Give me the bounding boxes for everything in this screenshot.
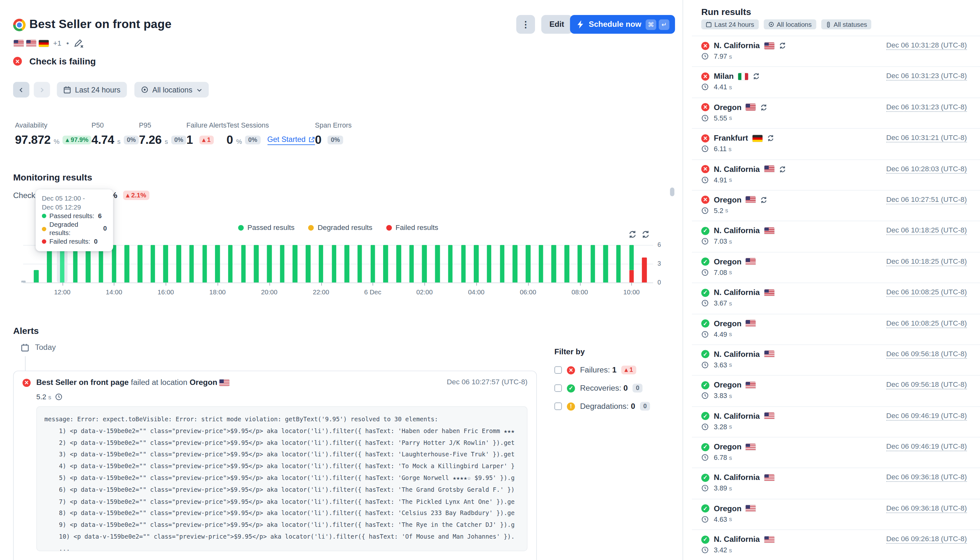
run-timestamp-link[interactable]: Dec 06 09:36:18 (UTC-8): [886, 473, 967, 482]
passed-bar: [228, 245, 233, 283]
run-result-item[interactable]: N. California Dec 06 10:18:25 (UTC-8) 7.…: [692, 221, 980, 252]
run-duration: 6.11: [713, 145, 727, 153]
run-result-item[interactable]: Oregon Dec 06 09:56:18 (UTC-8) 3.83 s: [692, 375, 980, 406]
more-actions-button[interactable]: ⋮: [516, 15, 535, 34]
stat-value: 0: [227, 133, 233, 147]
run-timestamp-link[interactable]: Dec 06 10:18:25 (UTC-8): [886, 227, 967, 235]
run-timestamp-link[interactable]: Dec 06 09:46:19 (UTC-8): [886, 443, 967, 451]
run-timestamp-link[interactable]: Dec 06 10:31:28 (UTC-8): [886, 41, 967, 50]
y-axis-label: 3: [657, 260, 670, 267]
run-timestamp-link[interactable]: Dec 06 10:28:03 (UTC-8): [886, 165, 967, 173]
run-status-icon: [701, 165, 709, 173]
run-location: N. California: [713, 412, 760, 420]
filter-status-icon: [567, 384, 575, 392]
run-location: Oregon: [713, 319, 742, 328]
run-timestamp-link[interactable]: Dec 06 10:31:23 (UTC-8): [886, 103, 967, 112]
run-result-item[interactable]: N. California Dec 06 09:36:18 (UTC-8) 3.…: [692, 468, 980, 499]
run-result-item[interactable]: Oregon Dec 06 09:46:19 (UTC-8) 6.78 s: [692, 437, 980, 468]
run-result-item[interactable]: Oregon Dec 06 10:27:51 (UTC-8) 5.2 s: [692, 190, 980, 221]
run-result-item[interactable]: Milan Dec 06 10:31:23 (UTC-8) 4.41 s: [692, 67, 980, 98]
next-period-button[interactable]: [34, 82, 50, 98]
run-duration-unit: s: [729, 392, 732, 399]
passed-bar: [112, 245, 117, 283]
run-timestamp-link[interactable]: Dec 06 10:08:25 (UTC-8): [886, 288, 967, 297]
run-result-item[interactable]: N. California Dec 06 09:56:18 (UTC-8) 3.…: [692, 344, 980, 375]
error-message-text: message: Error: expect.toBeVisible: Erro…: [44, 413, 519, 551]
run-duration-unit: s: [729, 53, 732, 60]
content-divider: [682, 0, 683, 560]
locations-selector[interactable]: All locations: [134, 82, 208, 98]
run-status-icon: [701, 196, 709, 204]
statuses-icon: [825, 21, 831, 28]
stat-label: Availability: [15, 121, 92, 129]
alert-card[interactable]: Best Seller on front page failed at loca…: [13, 370, 537, 560]
run-timestamp-link[interactable]: Dec 06 09:56:18 (UTC-8): [886, 350, 967, 358]
run-result-item[interactable]: Oregon Dec 06 09:36:18 (UTC-8) 4.63 s: [692, 499, 980, 530]
schedule-label: Schedule now: [589, 20, 642, 29]
stat-unit: %: [53, 137, 59, 145]
get-started-link[interactable]: Get Started: [267, 135, 315, 145]
run-status-icon: [701, 227, 709, 235]
run-result-item[interactable]: N. California Dec 06 09:46:19 (UTC-8) 3.…: [692, 406, 980, 437]
enter-key-icon: ↵: [659, 19, 669, 30]
run-location: N. California: [713, 288, 760, 297]
run-timestamp-link[interactable]: Dec 06 09:46:19 (UTC-8): [886, 412, 967, 420]
cmd-key-icon: ⌘: [646, 19, 656, 30]
run-timestamp-link[interactable]: Dec 06 09:36:18 (UTC-8): [886, 504, 967, 513]
stat-badge: 0%: [245, 135, 260, 144]
x-axis-label: 02:00: [411, 288, 438, 296]
clock-icon: [701, 300, 709, 307]
passed-bar: [241, 245, 246, 283]
chip-statuses[interactable]: All statuses: [821, 20, 872, 29]
run-timestamp-link[interactable]: Dec 06 10:08:25 (UTC-8): [886, 319, 967, 328]
chip-locations[interactable]: All locations: [763, 20, 816, 29]
run-result-item[interactable]: Oregon Dec 06 10:31:23 (UTC-8) 5.55 s: [692, 97, 980, 128]
run-location: N. California: [713, 473, 760, 482]
run-result-item[interactable]: N. California Dec 06 10:28:03 (UTC-8) 4.…: [692, 159, 980, 190]
time-range-selector[interactable]: Last 24 hours: [57, 82, 127, 98]
error-message-block[interactable]: message: Error: expect.toBeVisible: Erro…: [37, 406, 528, 552]
schedule-now-button[interactable]: Schedule now ⌘ ↵: [570, 15, 675, 34]
run-timestamp-link[interactable]: Dec 06 10:27:51 (UTC-8): [886, 195, 967, 204]
clock-icon: [701, 207, 709, 215]
refresh-icon[interactable]: [628, 230, 637, 238]
run-result-item[interactable]: N. California Dec 06 10:08:25 (UTC-8) 3.…: [692, 283, 980, 313]
run-result-item[interactable]: N. California Dec 06 10:31:28 (UTC-8) 7.…: [692, 36, 980, 67]
run-timestamp-link[interactable]: Dec 06 09:56:18 (UTC-8): [886, 381, 967, 389]
passed-bar: [215, 245, 220, 283]
legend-passed[interactable]: Passed results: [238, 224, 295, 232]
edit-x-icon[interactable]: [74, 38, 84, 48]
clock-icon: [701, 176, 709, 184]
x-axis-tick: [62, 283, 63, 286]
prev-period-button[interactable]: [13, 82, 29, 98]
run-duration: 3.28: [713, 423, 727, 430]
legend-degraded[interactable]: Degraded results: [308, 224, 372, 232]
filter-checkbox[interactable]: [555, 366, 562, 374]
x-axis-tick: [580, 283, 580, 286]
run-result-item[interactable]: Frankfurt Dec 06 10:31:21 (UTC-8) 6.11 s: [692, 128, 980, 159]
clock-icon: [701, 238, 709, 245]
run-timestamp-link[interactable]: Dec 06 10:31:23 (UTC-8): [886, 72, 967, 81]
run-timestamp-link[interactable]: Dec 06 10:31:21 (UTC-8): [886, 134, 967, 143]
clock-icon: [701, 83, 709, 91]
clock-icon: [701, 268, 709, 276]
monitoring-chart[interactable]: 63012:0014:0016:0018:0020:0022:006 Dec02…: [23, 245, 653, 283]
auto-refresh-icon[interactable]: [641, 230, 650, 238]
x-axis-tick: [114, 283, 115, 286]
run-result-item[interactable]: Oregon Dec 06 10:08:25 (UTC-8) 4.49 s: [692, 313, 980, 344]
stat-unit: s: [165, 137, 168, 145]
legend-failed[interactable]: Failed results: [386, 224, 438, 232]
filter-checkbox[interactable]: [555, 384, 562, 392]
chip-time-range[interactable]: Last 24 hours: [701, 20, 758, 29]
clock-icon: [55, 393, 63, 401]
run-timestamp-link[interactable]: Dec 06 10:18:25 (UTC-8): [886, 257, 967, 266]
x-axis-tick: [269, 283, 270, 286]
run-result-item[interactable]: N. California Dec 06 09:26:18 (UTC-8) 3.…: [692, 529, 980, 560]
stat-value: 4.74: [92, 133, 114, 147]
filter-checkbox[interactable]: [555, 402, 562, 410]
run-timestamp-link[interactable]: Dec 06 09:26:18 (UTC-8): [886, 535, 967, 544]
edit-button[interactable]: Edit: [542, 15, 572, 34]
scrollbar-thumb[interactable]: [670, 188, 674, 196]
run-result-item[interactable]: Oregon Dec 06 10:18:25 (UTC-8) 7.08 s: [692, 252, 980, 283]
de-flag-icon: [38, 40, 48, 47]
